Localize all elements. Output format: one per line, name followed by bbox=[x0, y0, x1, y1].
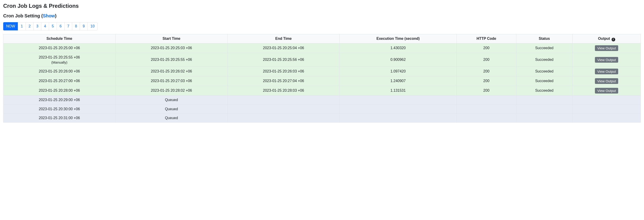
cell-schedule-time: 2023-01-25 20:30:00 +06 bbox=[4, 105, 116, 113]
cell-end-time: 2023-01-25 20:28:03 +06 bbox=[228, 86, 340, 96]
col-end-time: End Time bbox=[228, 34, 340, 43]
cell-schedule-time: 2023-01-25 20:25:55 +06(Manually) bbox=[4, 53, 116, 67]
cell-exec-time: 1.097420 bbox=[340, 67, 457, 76]
col-start-time: Start Time bbox=[115, 34, 228, 43]
cell-exec-time bbox=[340, 96, 457, 105]
cell-exec-time: 1.430320 bbox=[340, 43, 457, 53]
view-output-button[interactable]: View Output bbox=[595, 69, 618, 74]
cell-status bbox=[516, 113, 572, 122]
cell-http-code bbox=[456, 96, 516, 105]
cell-status: Succeeded bbox=[516, 53, 572, 67]
cell-output: View Output bbox=[572, 67, 641, 76]
cell-http-code: 200 bbox=[456, 67, 516, 76]
cron-setting-heading: Cron Job Setting (Show) bbox=[3, 13, 641, 19]
table-row: 2023-01-25 20:31:00 +06Queued bbox=[4, 113, 641, 122]
view-output-button[interactable]: View Output bbox=[595, 78, 618, 84]
page-item-7[interactable]: 7 bbox=[64, 22, 72, 31]
cell-start-time: Queued bbox=[115, 96, 228, 105]
cell-schedule-time: 2023-01-25 20:29:00 +06 bbox=[4, 96, 116, 105]
cell-start-time: Queued bbox=[115, 105, 228, 113]
cell-status: Succeeded bbox=[516, 86, 572, 96]
schedule-time-value: 2023-01-25 20:26:00 +06 bbox=[39, 69, 80, 73]
table-header-row: Schedule Time Start Time End Time Execut… bbox=[4, 34, 641, 43]
table-row: 2023-01-25 20:30:00 +06Queued bbox=[4, 105, 641, 113]
table-row: 2023-01-25 20:25:55 +06(Manually)2023-01… bbox=[4, 53, 641, 67]
cell-start-time: 2023-01-25 20:25:55 +06 bbox=[115, 53, 228, 67]
cell-status bbox=[516, 105, 572, 113]
cell-http-code bbox=[456, 105, 516, 113]
cell-http-code: 200 bbox=[456, 43, 516, 53]
cell-end-time bbox=[228, 113, 340, 122]
cell-output bbox=[572, 96, 641, 105]
cell-schedule-time: 2023-01-25 20:28:00 +06 bbox=[4, 86, 116, 96]
cell-exec-time: 1.131531 bbox=[340, 86, 457, 96]
cell-start-time: Queued bbox=[115, 113, 228, 122]
cell-end-time: 2023-01-25 20:25:56 +06 bbox=[228, 53, 340, 67]
page-item-5[interactable]: 5 bbox=[49, 22, 57, 31]
logs-table: Schedule Time Start Time End Time Execut… bbox=[3, 34, 641, 123]
view-output-button[interactable]: View Output bbox=[595, 45, 618, 51]
cell-exec-time bbox=[340, 105, 457, 113]
cell-output: View Output bbox=[572, 53, 641, 67]
cell-output bbox=[572, 105, 641, 113]
table-row: 2023-01-25 20:26:00 +062023-01-25 20:26:… bbox=[4, 67, 641, 76]
view-output-button[interactable]: View Output bbox=[595, 88, 618, 94]
col-schedule-time: Schedule Time bbox=[4, 34, 116, 43]
view-output-button[interactable]: View Output bbox=[595, 57, 618, 63]
page-title: Cron Job Logs & Predictions bbox=[3, 3, 641, 9]
schedule-time-value: 2023-01-25 20:29:00 +06 bbox=[39, 98, 80, 102]
page-item-4[interactable]: 4 bbox=[41, 22, 49, 31]
cell-http-code bbox=[456, 113, 516, 122]
cell-start-time: 2023-01-25 20:25:03 +06 bbox=[115, 43, 228, 53]
cell-status bbox=[516, 96, 572, 105]
page-item-2[interactable]: 2 bbox=[26, 22, 34, 31]
cell-exec-time: 1.240907 bbox=[340, 76, 457, 86]
col-status: Status bbox=[516, 34, 572, 43]
cell-end-time: 2023-01-25 20:25:04 +06 bbox=[228, 43, 340, 53]
page-item-3[interactable]: 3 bbox=[33, 22, 41, 31]
cell-status: Succeeded bbox=[516, 76, 572, 86]
cell-start-time: 2023-01-25 20:27:03 +06 bbox=[115, 76, 228, 86]
schedule-note: (Manually) bbox=[6, 60, 113, 65]
page-item-8[interactable]: 8 bbox=[72, 22, 80, 31]
cron-setting-prefix: Cron Job Setting ( bbox=[3, 13, 43, 18]
col-exec-time: Execution Time (second) bbox=[340, 34, 457, 43]
cell-schedule-time: 2023-01-25 20:26:00 +06 bbox=[4, 67, 116, 76]
cron-setting-suffix: ) bbox=[55, 13, 57, 18]
schedule-time-value: 2023-01-25 20:27:00 +06 bbox=[39, 79, 80, 83]
schedule-time-value: 2023-01-25 20:25:55 +06 bbox=[39, 55, 80, 59]
page-item-10[interactable]: 10 bbox=[88, 22, 98, 31]
cell-schedule-time: 2023-01-25 20:31:00 +06 bbox=[4, 113, 116, 122]
cell-end-time bbox=[228, 105, 340, 113]
cell-status: Succeeded bbox=[516, 67, 572, 76]
pagination: NOW12345678910 bbox=[3, 22, 641, 31]
table-row: 2023-01-25 20:29:00 +06Queued bbox=[4, 96, 641, 105]
schedule-time-value: 2023-01-25 20:31:00 +06 bbox=[39, 116, 80, 120]
cell-end-time: 2023-01-25 20:27:04 +06 bbox=[228, 76, 340, 86]
table-row: 2023-01-25 20:27:00 +062023-01-25 20:27:… bbox=[4, 76, 641, 86]
table-row: 2023-01-25 20:28:00 +062023-01-25 20:28:… bbox=[4, 86, 641, 96]
schedule-time-value: 2023-01-25 20:30:00 +06 bbox=[39, 107, 80, 111]
cell-output: View Output bbox=[572, 76, 641, 86]
schedule-time-value: 2023-01-25 20:25:00 +06 bbox=[39, 46, 80, 50]
col-http-code: HTTP Code bbox=[456, 34, 516, 43]
info-icon[interactable]: i bbox=[612, 38, 615, 41]
col-output: Output i bbox=[572, 34, 641, 43]
show-setting-link[interactable]: Show bbox=[43, 13, 55, 18]
cell-output bbox=[572, 113, 641, 122]
page-item-9[interactable]: 9 bbox=[80, 22, 88, 31]
page-item-1[interactable]: 1 bbox=[18, 22, 26, 31]
cell-start-time: 2023-01-25 20:26:02 +06 bbox=[115, 67, 228, 76]
cell-start-time: 2023-01-25 20:28:02 +06 bbox=[115, 86, 228, 96]
cell-http-code: 200 bbox=[456, 86, 516, 96]
cell-schedule-time: 2023-01-25 20:25:00 +06 bbox=[4, 43, 116, 53]
cell-schedule-time: 2023-01-25 20:27:00 +06 bbox=[4, 76, 116, 86]
cell-http-code: 200 bbox=[456, 53, 516, 67]
page-item-6[interactable]: 6 bbox=[57, 22, 65, 31]
cell-status: Succeeded bbox=[516, 43, 572, 53]
cell-end-time: 2023-01-25 20:26:03 +06 bbox=[228, 67, 340, 76]
col-output-label: Output bbox=[598, 37, 610, 41]
page-item-now[interactable]: NOW bbox=[3, 22, 18, 31]
cell-http-code: 200 bbox=[456, 76, 516, 86]
cell-output: View Output bbox=[572, 43, 641, 53]
